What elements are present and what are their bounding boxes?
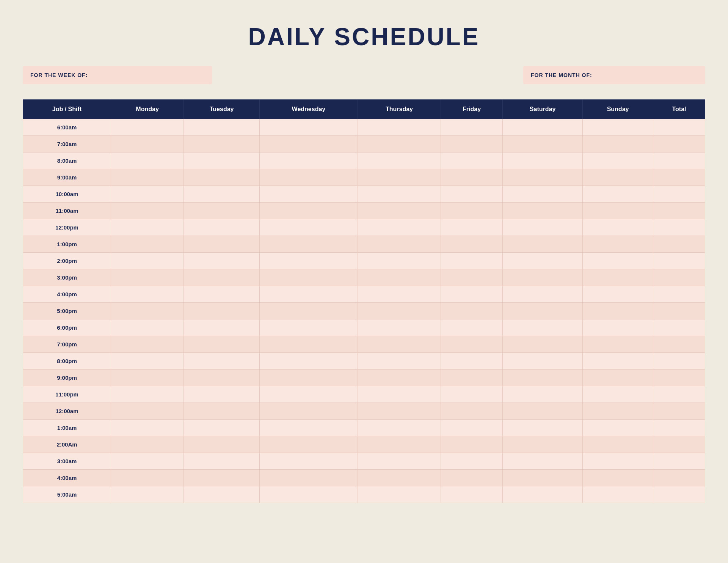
schedule-cell[interactable] <box>260 119 358 136</box>
schedule-cell[interactable] <box>184 219 260 236</box>
schedule-cell[interactable] <box>184 353 260 370</box>
schedule-cell[interactable] <box>260 436 358 453</box>
schedule-cell[interactable] <box>583 303 653 319</box>
schedule-cell[interactable] <box>184 119 260 136</box>
schedule-cell[interactable] <box>260 336 358 353</box>
schedule-cell[interactable] <box>441 420 503 436</box>
schedule-cell[interactable] <box>260 269 358 286</box>
schedule-cell[interactable] <box>260 303 358 319</box>
schedule-cell[interactable] <box>583 486 653 503</box>
schedule-cell[interactable] <box>111 403 184 420</box>
schedule-cell[interactable] <box>358 236 441 253</box>
schedule-cell[interactable] <box>503 169 583 186</box>
week-input[interactable] <box>92 71 205 80</box>
schedule-cell[interactable] <box>653 269 705 286</box>
schedule-cell[interactable] <box>583 219 653 236</box>
schedule-cell[interactable] <box>358 336 441 353</box>
schedule-cell[interactable] <box>358 269 441 286</box>
schedule-cell[interactable] <box>441 219 503 236</box>
schedule-cell[interactable] <box>111 319 184 336</box>
schedule-cell[interactable] <box>653 486 705 503</box>
schedule-cell[interactable] <box>441 470 503 486</box>
schedule-cell[interactable] <box>503 303 583 319</box>
schedule-cell[interactable] <box>583 353 653 370</box>
schedule-cell[interactable] <box>111 219 184 236</box>
schedule-cell[interactable] <box>184 470 260 486</box>
schedule-cell[interactable] <box>583 236 653 253</box>
schedule-cell[interactable] <box>653 236 705 253</box>
schedule-cell[interactable] <box>358 353 441 370</box>
schedule-cell[interactable] <box>111 136 184 153</box>
schedule-cell[interactable] <box>441 453 503 470</box>
schedule-cell[interactable] <box>653 136 705 153</box>
schedule-cell[interactable] <box>111 153 184 169</box>
schedule-cell[interactable] <box>583 286 653 303</box>
schedule-cell[interactable] <box>441 136 503 153</box>
schedule-cell[interactable] <box>184 486 260 503</box>
schedule-cell[interactable] <box>111 486 184 503</box>
schedule-cell[interactable] <box>184 153 260 169</box>
schedule-cell[interactable] <box>653 420 705 436</box>
schedule-cell[interactable] <box>184 303 260 319</box>
schedule-cell[interactable] <box>441 203 503 219</box>
schedule-cell[interactable] <box>184 436 260 453</box>
schedule-cell[interactable] <box>358 253 441 269</box>
schedule-cell[interactable] <box>441 353 503 370</box>
schedule-cell[interactable] <box>184 336 260 353</box>
schedule-cell[interactable] <box>358 319 441 336</box>
schedule-cell[interactable] <box>260 153 358 169</box>
schedule-cell[interactable] <box>111 420 184 436</box>
schedule-cell[interactable] <box>503 353 583 370</box>
schedule-cell[interactable] <box>653 203 705 219</box>
schedule-cell[interactable] <box>358 420 441 436</box>
schedule-cell[interactable] <box>503 486 583 503</box>
schedule-cell[interactable] <box>503 186 583 203</box>
schedule-cell[interactable] <box>503 253 583 269</box>
schedule-cell[interactable] <box>503 219 583 236</box>
schedule-cell[interactable] <box>583 436 653 453</box>
schedule-cell[interactable] <box>358 453 441 470</box>
schedule-cell[interactable] <box>111 353 184 370</box>
schedule-cell[interactable] <box>184 286 260 303</box>
schedule-cell[interactable] <box>260 236 358 253</box>
schedule-cell[interactable] <box>583 403 653 420</box>
schedule-cell[interactable] <box>441 486 503 503</box>
schedule-cell[interactable] <box>111 370 184 386</box>
schedule-cell[interactable] <box>184 186 260 203</box>
schedule-cell[interactable] <box>441 303 503 319</box>
schedule-cell[interactable] <box>111 169 184 186</box>
schedule-cell[interactable] <box>653 319 705 336</box>
schedule-cell[interactable] <box>260 203 358 219</box>
schedule-cell[interactable] <box>583 119 653 136</box>
schedule-cell[interactable] <box>260 353 358 370</box>
month-input[interactable] <box>597 71 698 80</box>
schedule-cell[interactable] <box>441 403 503 420</box>
schedule-cell[interactable] <box>653 453 705 470</box>
schedule-cell[interactable] <box>260 286 358 303</box>
schedule-cell[interactable] <box>441 153 503 169</box>
schedule-cell[interactable] <box>441 236 503 253</box>
schedule-cell[interactable] <box>441 336 503 353</box>
schedule-cell[interactable] <box>260 420 358 436</box>
schedule-cell[interactable] <box>441 370 503 386</box>
schedule-cell[interactable] <box>503 370 583 386</box>
schedule-cell[interactable] <box>441 319 503 336</box>
schedule-cell[interactable] <box>583 203 653 219</box>
schedule-cell[interactable] <box>184 420 260 436</box>
schedule-cell[interactable] <box>503 336 583 353</box>
schedule-cell[interactable] <box>653 336 705 353</box>
schedule-cell[interactable] <box>583 269 653 286</box>
schedule-cell[interactable] <box>184 269 260 286</box>
schedule-cell[interactable] <box>503 470 583 486</box>
schedule-cell[interactable] <box>358 403 441 420</box>
schedule-cell[interactable] <box>260 470 358 486</box>
schedule-cell[interactable] <box>260 136 358 153</box>
schedule-cell[interactable] <box>503 386 583 403</box>
schedule-cell[interactable] <box>653 169 705 186</box>
schedule-cell[interactable] <box>441 253 503 269</box>
schedule-cell[interactable] <box>653 286 705 303</box>
schedule-cell[interactable] <box>260 403 358 420</box>
schedule-cell[interactable] <box>358 119 441 136</box>
schedule-cell[interactable] <box>441 386 503 403</box>
schedule-cell[interactable] <box>583 386 653 403</box>
